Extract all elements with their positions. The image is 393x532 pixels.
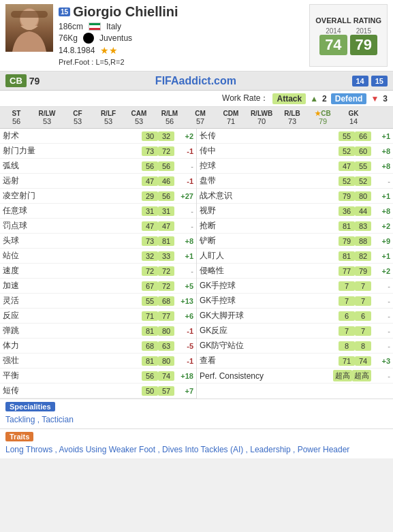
position-item-r/lf: R/LF53 bbox=[93, 110, 123, 125]
stat-row-left: 远射 47 46 -1 bbox=[0, 174, 196, 189]
workrate-defend-arrow: ▼ bbox=[371, 94, 379, 104]
rating-2014: 2014 74 bbox=[319, 27, 347, 55]
player-name: Giorgio Chiellini bbox=[73, 4, 178, 20]
stat-row-right: 盘带 52 52 - bbox=[197, 174, 393, 189]
traits-list: Long Throws , Avoids Using Weaker Foot ,… bbox=[5, 443, 388, 456]
stat-row-left: 凌空射门 29 56 +27 bbox=[0, 189, 196, 204]
stat-row-left: 弹跳 81 80 -1 bbox=[0, 324, 196, 339]
site-name: FIFAaddict.com bbox=[40, 75, 351, 87]
stat-row-left: 短传 50 57 +7 bbox=[0, 384, 196, 398]
stat-row-right: GK防守站位 8 8 - bbox=[197, 339, 393, 354]
rating-2015-year: 2015 bbox=[356, 27, 371, 35]
stats-left: 射术 30 32 +2 射门力量 73 72 -1 弧线 56 56 - 远射 … bbox=[0, 129, 197, 398]
player-card: 15 Giorgio Chiellini 186cm Italy 76Kg Ju… bbox=[0, 0, 393, 458]
stat-row-left: 体力 68 63 -5 bbox=[0, 339, 196, 354]
ver-badge-14: 14 bbox=[352, 76, 368, 87]
pref-foot: Pref.Foot : L=5,R=2 bbox=[59, 58, 125, 66]
position-item-r/lm: R/LM56 bbox=[155, 110, 185, 125]
positions-row: ST56R/LW53CF53R/LF53CAM53R/LM56CM57CDM71… bbox=[0, 107, 393, 129]
workrate-attack-arrow: ▲ bbox=[310, 94, 318, 104]
main-position-badge: CB bbox=[5, 74, 27, 87]
player-dob: 14.8.1984 bbox=[59, 46, 95, 55]
stat-row-right: 传中 52 60 +8 bbox=[197, 144, 393, 159]
stats-section: 射术 30 32 +2 射门力量 73 72 -1 弧线 56 56 - 远射 … bbox=[0, 129, 393, 398]
stat-row-left: 反应 71 77 +6 bbox=[0, 309, 196, 324]
position-item-r/lb: R/LB73 bbox=[277, 110, 307, 125]
player-info: 15 Giorgio Chiellini 186cm Italy 76Kg Ju… bbox=[59, 4, 304, 67]
stat-row-left: 强壮 81 80 -1 bbox=[0, 354, 196, 369]
stat-row-right: 抢断 81 83 +2 bbox=[197, 219, 393, 234]
stats-right: 长传 55 66 +1 传中 52 60 +8 控球 47 55 +8 盘带 5… bbox=[197, 129, 393, 398]
player-nationality: Italy bbox=[106, 22, 121, 31]
stat-row-right: GK大脚开球 6 6 - bbox=[197, 309, 393, 324]
overall-title: OVERALL RATING bbox=[315, 16, 381, 25]
stat-row-left: 平衡 56 74 +18 bbox=[0, 369, 196, 384]
italy-flag bbox=[89, 22, 101, 31]
stat-row-left: 速度 72 72 - bbox=[0, 264, 196, 279]
stat-row-right: GK反应 7 7 - bbox=[197, 324, 393, 339]
player-silhouette-svg bbox=[5, 4, 53, 52]
player-stars: ★★ bbox=[100, 45, 118, 56]
position-item-gk: GK14 bbox=[339, 110, 368, 125]
workrate-attack-val: 2 bbox=[322, 94, 327, 104]
stat-row-right: 查看 71 74 +3 bbox=[197, 354, 393, 369]
position-item-st: ST56 bbox=[1, 110, 31, 125]
position-item-cb: ★CB79 bbox=[308, 110, 338, 125]
stat-row-left: 站位 32 33 +1 bbox=[0, 249, 196, 264]
traits-section: Traits Long Throws , Avoids Using Weaker… bbox=[0, 428, 393, 458]
player-weight: 76Kg bbox=[59, 33, 78, 43]
player-height: 186cm bbox=[59, 22, 83, 31]
position-item-cam: CAM53 bbox=[124, 110, 154, 125]
stat-row-right: 铲断 79 88 +9 bbox=[197, 234, 393, 249]
position-item-r/lwb: R/LWB70 bbox=[247, 110, 277, 125]
player-badge: 15 bbox=[59, 7, 70, 16]
specialities-list: Tackling , Tactician bbox=[5, 413, 388, 426]
workrate-bar: Work Rate： Attack ▲ 2 Defend ▼ 3 bbox=[0, 91, 393, 107]
workrate-label: Work Rate： bbox=[222, 93, 268, 104]
club-icon bbox=[83, 33, 94, 44]
player-club: Juventus bbox=[99, 33, 132, 43]
position-item-cdm: CDM71 bbox=[216, 110, 246, 125]
stat-row-right: 控球 47 55 +8 bbox=[197, 159, 393, 174]
stat-row-left: 任意球 31 31 - bbox=[0, 204, 196, 219]
rating-2014-year: 2014 bbox=[326, 27, 341, 35]
rating-2015-val: 79 bbox=[350, 35, 377, 55]
position-bar: CB 79 FIFAaddict.com 14 15 bbox=[0, 72, 393, 91]
workrate-attack: Attack bbox=[272, 93, 306, 104]
stat-row-left: 弧线 56 56 - bbox=[0, 159, 196, 174]
stat-row-left: 头球 73 81 +8 bbox=[0, 234, 196, 249]
position-item-r/lw: R/LW53 bbox=[32, 110, 62, 125]
workrate-defend: Defend bbox=[331, 93, 367, 104]
rating-2014-val: 74 bbox=[319, 35, 347, 55]
stat-row-right: 战术意识 79 80 +1 bbox=[197, 189, 393, 204]
stat-row-right: GK手控球 7 7 - bbox=[197, 279, 393, 294]
stat-row-right: 视野 36 44 +8 bbox=[197, 204, 393, 219]
version-badges: 14 15 bbox=[352, 76, 388, 87]
main-position-num: 79 bbox=[29, 76, 40, 87]
rating-2015: 2015 79 bbox=[350, 27, 377, 55]
stat-row-left: 加速 67 72 +5 bbox=[0, 279, 196, 294]
stat-row-right: GK手控球 7 7 - bbox=[197, 294, 393, 309]
stat-row-left: 射门力量 73 72 -1 bbox=[0, 144, 196, 159]
header: 15 Giorgio Chiellini 186cm Italy 76Kg Ju… bbox=[0, 0, 393, 72]
stat-row-right: 人盯人 81 82 +1 bbox=[197, 249, 393, 264]
overall-box: OVERALL RATING 2014 74 2015 79 bbox=[309, 4, 388, 67]
stat-row-right: 长传 55 66 +1 bbox=[197, 129, 393, 144]
specialities-title: Specialities bbox=[5, 402, 55, 411]
stat-row-right: Perf. Consistency 超高 超高 - bbox=[197, 369, 393, 384]
ver-badge-15: 15 bbox=[371, 76, 388, 87]
stat-row-left: 射术 30 32 +2 bbox=[0, 129, 196, 144]
player-photo bbox=[5, 4, 53, 52]
stat-row-left: 灵活 55 68 +13 bbox=[0, 294, 196, 309]
svg-rect-2 bbox=[11, 11, 48, 18]
stat-row-right: 侵略性 77 79 +2 bbox=[197, 264, 393, 279]
stat-row-left: 罚点球 47 47 - bbox=[0, 219, 196, 234]
traits-title: Traits bbox=[5, 432, 33, 441]
position-item-cf: CF53 bbox=[63, 110, 93, 125]
workrate-defend-val: 3 bbox=[383, 94, 388, 104]
position-item-cm: CM57 bbox=[185, 110, 215, 125]
specialities-section: Specialities Tackling , Tactician bbox=[0, 398, 393, 428]
